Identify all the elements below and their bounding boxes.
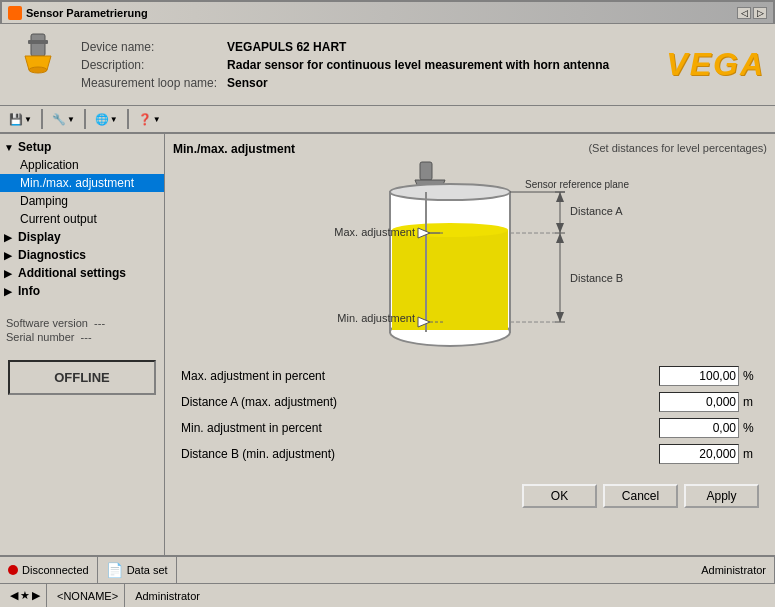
offline-button[interactable]: OFFLINE	[8, 360, 156, 395]
dataset-label: Data set	[127, 564, 168, 576]
param-input-group-3: m	[659, 444, 759, 464]
cancel-button[interactable]: Cancel	[603, 484, 678, 508]
sidebar-item-current-output[interactable]: Current output	[0, 210, 164, 228]
toolbar-help-button[interactable]: ❓▼	[133, 108, 166, 130]
device-details: Device name: VEGAPULS 62 HART Descriptio…	[75, 37, 656, 93]
svg-marker-30	[556, 233, 564, 243]
dataset-icon: 📄	[106, 562, 123, 578]
svg-point-3	[29, 67, 47, 73]
taskbar-noname: <NONAME>	[51, 584, 125, 607]
sidebar-item-info[interactable]: ▶Info	[0, 282, 164, 300]
taskbar-forward-icon[interactable]: ▶	[32, 589, 40, 602]
param-row-3: Distance B (min. adjustment) m	[173, 444, 767, 464]
param-unit-0: %	[743, 369, 759, 383]
loop-name-label: Measurement loop name:	[77, 75, 221, 91]
toolbar-separator-2	[84, 109, 86, 129]
ok-button[interactable]: OK	[522, 484, 597, 508]
svg-text:Distance A: Distance A	[570, 205, 623, 217]
param-unit-1: m	[743, 395, 759, 409]
serial-number-label: Serial number	[6, 331, 74, 343]
toolbar-save-button[interactable]: 💾▼	[4, 108, 37, 130]
param-unit-3: m	[743, 447, 759, 461]
taskbar-star-icon[interactable]: ★	[20, 589, 30, 602]
taskbar-administrator-section: Administrator	[129, 584, 771, 607]
title-bar: Sensor Parametrierung ◁ ▷	[0, 0, 775, 24]
vega-logo: VEGA	[666, 46, 765, 83]
taskbar-nav-buttons: ◀ ★ ▶	[4, 584, 47, 607]
svg-text:Distance B: Distance B	[570, 272, 623, 284]
parameters-section: Max. adjustment in percent % Distance A …	[173, 360, 767, 476]
device-icon	[10, 32, 65, 97]
svg-point-8	[390, 184, 510, 200]
param-input-0[interactable]	[659, 366, 739, 386]
param-label-2: Min. adjustment in percent	[173, 421, 659, 435]
disconnected-label: Disconnected	[22, 564, 89, 576]
device-name-value: VEGAPULS 62 HART	[223, 39, 613, 55]
status-bar: Disconnected 📄 Data set Administrator	[0, 555, 775, 583]
param-row-0: Max. adjustment in percent %	[173, 366, 767, 386]
tank-svg: Max. adjustment Min. adjustment Sensor r…	[245, 160, 695, 360]
sidebar-item-setup[interactable]: ▼Setup	[0, 138, 164, 156]
toolbar: 💾▼ 🔧▼ 🌐▼ ❓▼	[0, 106, 775, 134]
param-input-2[interactable]	[659, 418, 739, 438]
apply-button[interactable]: Apply	[684, 484, 759, 508]
sidebar-item-damping[interactable]: Damping	[0, 192, 164, 210]
diagram-title: Min./max. adjustment (Set distances for …	[173, 142, 767, 156]
toolbar-separator-3	[127, 109, 129, 129]
svg-marker-31	[556, 312, 564, 322]
tank-diagram: Max. adjustment Min. adjustment Sensor r…	[173, 160, 767, 360]
param-input-group-0: %	[659, 366, 759, 386]
sidebar-item-application[interactable]: Application	[0, 156, 164, 174]
svg-text:Min. adjustment: Min. adjustment	[337, 312, 415, 324]
sidebar-item-additional-settings[interactable]: ▶Additional settings	[0, 264, 164, 282]
administrator-label: Administrator	[701, 564, 766, 576]
title-bar-text: Sensor Parametrierung	[26, 7, 148, 19]
sidebar-item-diagnostics[interactable]: ▶Diagnostics	[0, 246, 164, 264]
svg-text:Max. adjustment: Max. adjustment	[334, 226, 415, 238]
status-disconnected: Disconnected	[0, 557, 98, 583]
taskbar-noname-label: <NONAME>	[57, 590, 118, 602]
device-info-panel: Device name: VEGAPULS 62 HART Descriptio…	[0, 24, 775, 106]
svg-text:Sensor reference plane: Sensor reference plane	[525, 179, 629, 190]
title-bar-controls: ◁ ▷	[737, 7, 767, 19]
toolbar-tools-button[interactable]: 🔧▼	[47, 108, 80, 130]
param-input-1[interactable]	[659, 392, 739, 412]
right-panel: Min./max. adjustment (Set distances for …	[165, 134, 775, 555]
param-unit-2: %	[743, 421, 759, 435]
minimize-button[interactable]: ◁	[737, 7, 751, 19]
sidebar-item-display[interactable]: ▶Display	[0, 228, 164, 246]
loop-name-value: Sensor	[223, 75, 613, 91]
software-version-value: ---	[94, 317, 105, 329]
param-input-group-2: %	[659, 418, 759, 438]
status-spacer	[177, 557, 694, 583]
maximize-button[interactable]: ▷	[753, 7, 767, 19]
software-version-label: Software version	[6, 317, 88, 329]
buttons-row: OK Cancel Apply	[173, 476, 767, 512]
taskbar-administrator-label: Administrator	[135, 590, 200, 602]
sidebar-info: Software version --- Serial number ---	[0, 308, 164, 352]
param-row-2: Min. adjustment in percent %	[173, 418, 767, 438]
toolbar-lang-button[interactable]: 🌐▼	[90, 108, 123, 130]
taskbar-back-icon[interactable]: ◀	[10, 589, 18, 602]
app-icon	[8, 6, 22, 20]
description-label: Description:	[77, 57, 221, 73]
serial-number-value: ---	[81, 331, 92, 343]
main-content: ▼Setup Application Min./max. adjustment …	[0, 134, 775, 555]
svg-marker-26	[556, 223, 564, 233]
svg-rect-1	[28, 40, 48, 44]
param-row-1: Distance A (max. adjustment) m	[173, 392, 767, 412]
sidebar: ▼Setup Application Min./max. adjustment …	[0, 134, 165, 555]
svg-marker-25	[556, 192, 564, 202]
device-name-label: Device name:	[77, 39, 221, 55]
param-input-group-1: m	[659, 392, 759, 412]
param-label-3: Distance B (min. adjustment)	[173, 447, 659, 461]
sidebar-item-min-max-adjustment[interactable]: Min./max. adjustment	[0, 174, 164, 192]
diagram-title-left: Min./max. adjustment	[173, 142, 295, 156]
param-input-3[interactable]	[659, 444, 739, 464]
diagram-subtitle: (Set distances for level percentages)	[588, 142, 767, 156]
status-administrator: Administrator	[693, 557, 775, 583]
description-value: Radar sensor for continuous level measur…	[223, 57, 613, 73]
taskbar: ◀ ★ ▶ <NONAME> Administrator	[0, 583, 775, 607]
param-label-1: Distance A (max. adjustment)	[173, 395, 659, 409]
disconnected-indicator	[8, 565, 18, 575]
